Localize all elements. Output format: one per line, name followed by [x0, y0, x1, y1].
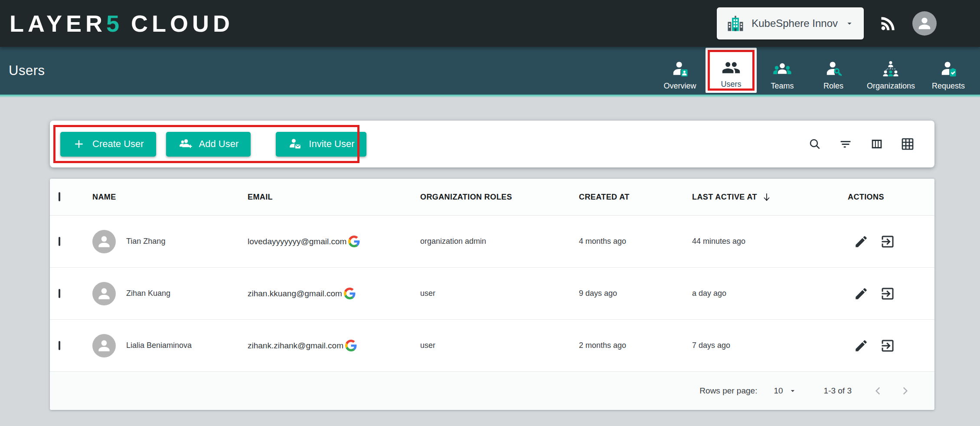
add-user-button[interactable]: Add User	[166, 132, 251, 157]
last-active-at: a day ago	[692, 289, 848, 298]
users-people-icon	[722, 58, 741, 77]
pagination-range: 1-3 of 3	[824, 386, 852, 396]
row-checkbox[interactable]	[59, 237, 60, 246]
page-title: Users	[9, 63, 45, 79]
column-header-email[interactable]: EMAIL	[248, 193, 420, 202]
create-user-label: Create User	[92, 138, 144, 150]
organization-role: organization admin	[420, 237, 579, 246]
google-provider-icon	[344, 288, 356, 299]
google-provider-icon	[348, 236, 360, 247]
nav-item-requests[interactable]: Requests	[923, 47, 974, 95]
logo-text-layer: LAYER	[10, 10, 106, 37]
invite-user-label: Invite User	[309, 138, 354, 150]
notifications-rss-icon[interactable]	[879, 14, 898, 33]
layer5-cloud-logo[interactable]: LAYER5CLOUD	[10, 10, 234, 37]
grid-view-icon[interactable]	[901, 137, 915, 151]
user-avatar[interactable]	[912, 11, 937, 36]
plus-icon	[72, 138, 85, 151]
rows-per-page-select[interactable]: 10	[774, 386, 797, 396]
nav-item-teams[interactable]: Teams	[757, 47, 808, 95]
table-header-row: NAME EMAIL ORGANIZATION ROLES CREATED AT…	[50, 179, 934, 216]
column-header-created-at[interactable]: CREATED AT	[579, 193, 692, 202]
nav-label-roles: Roles	[823, 82, 843, 91]
sort-descending-arrow-icon	[761, 192, 772, 202]
edit-user-icon[interactable]	[854, 234, 869, 249]
overview-person-badge-icon	[670, 60, 689, 79]
users-toolbar: Create User Add User	[50, 121, 934, 167]
avatar	[92, 282, 116, 305]
create-user-button[interactable]: Create User	[60, 132, 156, 157]
section-nav-bar: Users Overview	[0, 47, 980, 95]
table-row: Tian Zhang lovedayyyyyyy@gmail.com organ…	[50, 216, 934, 268]
edit-user-icon[interactable]	[854, 338, 869, 353]
row-checkbox[interactable]	[59, 341, 60, 350]
user-email: zihan.kkuang@gmail.com	[248, 289, 342, 298]
user-email: zihank.zihank@gmail.com	[248, 341, 343, 351]
logo-text-five: 5	[106, 10, 123, 37]
column-header-actions: ACTIONS	[848, 193, 934, 202]
content-area: Create User Add User	[0, 98, 980, 410]
table-row: Lialia Beniaminova zihank.zihank@gmail.c…	[50, 320, 934, 372]
top-app-bar: LAYER5CLOUD	[0, 0, 980, 47]
organization-role: user	[420, 341, 579, 350]
table-row: Zihan Kuang zihan.kkuang@gmail.com user …	[50, 268, 934, 320]
person-mail-icon	[288, 137, 302, 151]
organization-switcher[interactable]: KubeSphere Innov	[717, 7, 864, 39]
add-user-label: Add User	[199, 138, 239, 150]
remove-user-icon[interactable]	[880, 286, 895, 301]
nav-item-organizations[interactable]: Organizations	[859, 47, 923, 95]
nav-item-overview[interactable]: Overview	[654, 47, 706, 95]
search-icon[interactable]	[808, 137, 822, 151]
nav-label-users: Users	[721, 80, 741, 89]
nav-label-overview: Overview	[663, 82, 696, 91]
nav-item-users[interactable]: Users	[706, 48, 757, 93]
nav-label-requests: Requests	[932, 82, 965, 91]
rows-per-page-value: 10	[774, 386, 783, 396]
dropdown-caret-icon	[788, 387, 797, 395]
remove-user-icon[interactable]	[880, 234, 895, 249]
invite-user-button[interactable]: Invite User	[276, 132, 366, 157]
navbar-accent-strip	[0, 95, 980, 98]
logo-text-cloud: CLOUD	[131, 10, 234, 37]
view-columns-icon[interactable]	[869, 137, 884, 151]
user-email: lovedayyyyyyy@gmail.com	[248, 237, 346, 246]
created-at: 4 months ago	[579, 237, 692, 246]
user-name: Tian Zhang	[126, 237, 165, 246]
table-pagination-footer: Rows per page: 10 1-3 of 3	[50, 372, 934, 410]
teams-group-icon	[773, 60, 792, 79]
column-header-name[interactable]: NAME	[92, 193, 248, 202]
app-root: LAYER5CLOUD	[0, 0, 980, 426]
chevron-down-icon	[845, 19, 854, 28]
avatar	[92, 230, 116, 253]
nav-items: Overview Users	[654, 47, 974, 95]
roles-person-key-icon	[824, 60, 843, 79]
users-table: NAME EMAIL ORGANIZATION ROLES CREATED AT…	[50, 179, 934, 410]
last-active-at: 44 minutes ago	[692, 237, 848, 246]
created-at: 9 days ago	[579, 289, 692, 298]
nav-item-roles[interactable]: Roles	[808, 47, 859, 95]
user-name: Zihan Kuang	[126, 289, 170, 298]
column-header-last-active-at[interactable]: LAST ACTIVE AT	[692, 192, 848, 202]
filter-icon[interactable]	[838, 137, 853, 151]
rows-per-page-label: Rows per page:	[699, 386, 757, 396]
created-at: 2 months ago	[579, 341, 692, 350]
edit-user-icon[interactable]	[854, 286, 869, 301]
row-checkbox[interactable]	[59, 289, 60, 298]
select-all-checkbox[interactable]	[59, 192, 60, 201]
previous-page-icon[interactable]	[872, 385, 884, 397]
column-header-organization-roles[interactable]: ORGANIZATION ROLES	[420, 193, 579, 202]
organization-role: user	[420, 289, 579, 298]
next-page-icon[interactable]	[899, 385, 911, 397]
organizations-hierarchy-icon	[881, 60, 900, 79]
hamburger-menu-icon[interactable]	[951, 17, 968, 30]
person-add-icon	[178, 137, 192, 151]
nav-label-organizations: Organizations	[867, 82, 915, 91]
organization-switcher-label: KubeSphere Innov	[751, 17, 838, 29]
user-name: Lialia Beniaminova	[126, 341, 192, 350]
avatar	[92, 334, 116, 357]
requests-person-clipboard-icon	[939, 60, 958, 79]
remove-user-icon[interactable]	[880, 338, 895, 354]
nav-label-teams: Teams	[771, 82, 794, 91]
last-active-at: 7 days ago	[692, 341, 848, 350]
google-provider-icon	[345, 340, 357, 351]
